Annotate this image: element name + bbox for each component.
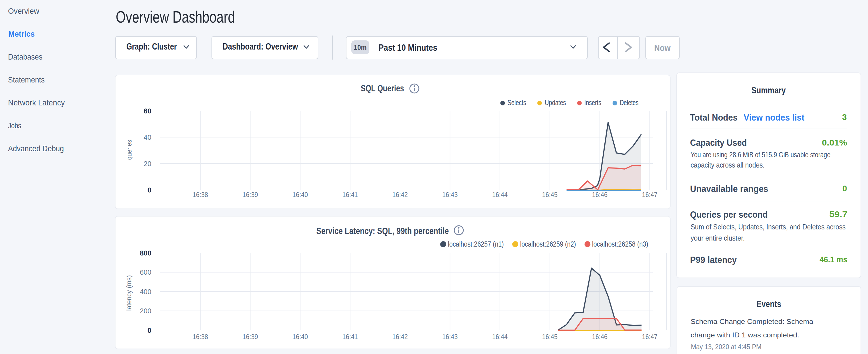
svg-text:Advanced Debug: Advanced Debug [8, 144, 64, 153]
svg-text:16:41: 16:41 [342, 191, 358, 198]
svg-text:Capacity Used: Capacity Used [690, 137, 747, 148]
svg-text:16:44: 16:44 [492, 333, 508, 341]
svg-text:46.1 ms: 46.1 ms [819, 255, 847, 264]
svg-text:0.01%: 0.01% [822, 138, 847, 147]
svg-text:16:41: 16:41 [342, 333, 358, 341]
svg-text:Schema Change Completed: Schem: Schema Change Completed: Schema [691, 318, 813, 325]
svg-text:59.7: 59.7 [829, 210, 847, 219]
svg-text:Network Latency: Network Latency [8, 98, 65, 107]
svg-text:10m: 10m [354, 43, 367, 51]
svg-text:0: 0 [842, 184, 847, 193]
svg-text:View nodes list: View nodes list [744, 112, 804, 123]
svg-text:Queries per second: Queries per second [690, 210, 768, 220]
svg-text:16:42: 16:42 [392, 191, 408, 198]
svg-text:Updates: Updates [545, 99, 566, 106]
svg-text:Jobs: Jobs [8, 121, 21, 130]
svg-text:capacity across all nodes.: capacity across all nodes. [691, 161, 765, 169]
svg-text:3: 3 [842, 112, 847, 122]
svg-text:Dashboard: Overview: Dashboard: Overview [223, 41, 298, 52]
svg-text:Summary: Summary [751, 85, 786, 95]
svg-text:Service Latency: SQL, 99th per: Service Latency: SQL, 99th percentile [316, 226, 449, 236]
svg-text:800: 800 [140, 249, 151, 257]
svg-text:0: 0 [148, 326, 151, 334]
svg-text:40: 40 [144, 133, 151, 141]
svg-text:localhost:26257 (n1): localhost:26257 (n1) [448, 240, 504, 248]
svg-text:localhost:26258 (n3): localhost:26258 (n3) [592, 240, 648, 248]
svg-text:P99 latency: P99 latency [690, 255, 737, 265]
svg-text:400: 400 [140, 288, 151, 296]
svg-text:16:38: 16:38 [192, 191, 208, 198]
svg-text:Past 10 Minutes: Past 10 Minutes [378, 43, 437, 53]
svg-text:16:38: 16:38 [192, 333, 208, 341]
svg-text:16:47: 16:47 [642, 333, 657, 341]
svg-text:200: 200 [140, 307, 151, 315]
svg-text:Events: Events [756, 299, 781, 309]
svg-text:Selects: Selects [507, 99, 526, 106]
svg-text:16:39: 16:39 [242, 333, 258, 341]
svg-text:Total Nodes: Total Nodes [690, 112, 738, 123]
svg-text:Unavailable ranges: Unavailable ranges [690, 184, 768, 194]
svg-text:Graph: Cluster: Graph: Cluster [126, 41, 177, 52]
svg-text:16:40: 16:40 [292, 191, 308, 198]
svg-text:May 13, 2020 at 4:45 PM: May 13, 2020 at 4:45 PM [691, 343, 762, 351]
svg-text:20: 20 [144, 160, 151, 167]
svg-text:Sum of Selects, Updates, Inser: Sum of Selects, Updates, Inserts, and De… [691, 223, 846, 231]
svg-text:16:42: 16:42 [392, 333, 408, 341]
svg-text:600: 600 [140, 268, 151, 276]
svg-text:16:40: 16:40 [292, 333, 308, 341]
svg-text:Metrics: Metrics [8, 30, 35, 38]
svg-text:latency (ms): latency (ms) [125, 275, 133, 311]
svg-text:60: 60 [144, 107, 151, 115]
svg-text:16:46: 16:46 [592, 333, 608, 341]
svg-text:change with ID 1 was completed: change with ID 1 was completed. [691, 331, 799, 339]
svg-text:localhost:26259 (n2): localhost:26259 (n2) [520, 240, 576, 248]
svg-text:0: 0 [148, 186, 151, 194]
svg-text:Statements: Statements [8, 75, 45, 84]
svg-text:16:43: 16:43 [442, 333, 458, 341]
svg-text:Inserts: Inserts [584, 99, 601, 106]
svg-text:16:43: 16:43 [442, 191, 458, 198]
svg-text:16:45: 16:45 [542, 191, 558, 198]
svg-text:You are using 28.6 MiB of 515.: You are using 28.6 MiB of 515.9 GiB usab… [691, 150, 831, 159]
svg-text:Now: Now [654, 43, 671, 53]
svg-text:Overview: Overview [8, 7, 39, 15]
svg-text:Deletes: Deletes [620, 99, 639, 106]
svg-text:16:47: 16:47 [642, 191, 657, 198]
svg-text:Databases: Databases [8, 53, 42, 61]
svg-text:your entire cluster.: your entire cluster. [691, 234, 745, 242]
svg-text:queries: queries [125, 140, 133, 160]
svg-text:16:45: 16:45 [542, 333, 558, 341]
svg-text:SQL Queries: SQL Queries [361, 83, 404, 93]
svg-text:Overview Dashboard: Overview Dashboard [116, 7, 235, 26]
svg-text:16:46: 16:46 [592, 191, 608, 198]
svg-text:16:39: 16:39 [242, 191, 258, 198]
svg-text:16:44: 16:44 [492, 191, 508, 198]
